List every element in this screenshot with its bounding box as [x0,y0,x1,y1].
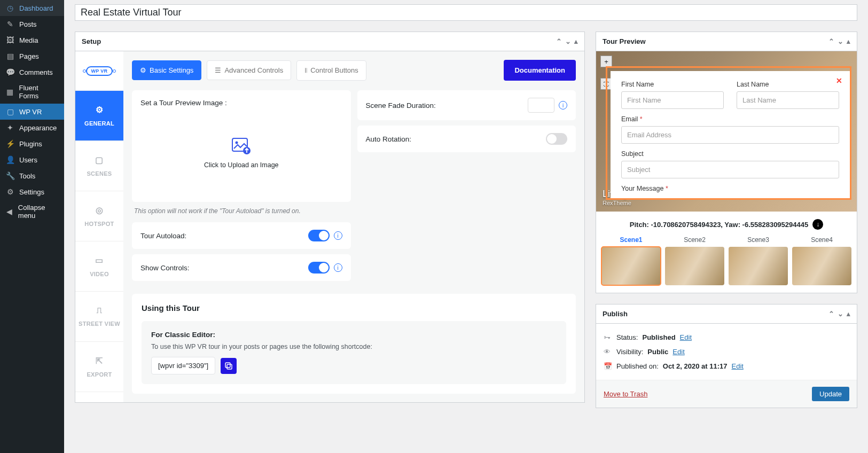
video-icon: ▭ [95,255,103,265]
setup-panel-header: Setup ⌃⌄▴ [75,32,584,51]
sidebar-item-comments[interactable]: 💬Comments [0,64,64,80]
eye-icon: 👁 [604,348,612,356]
panel-title: Tour Preview [603,37,646,45]
media-icon: 🖾 [5,36,15,44]
vtab-hotspot[interactable]: ◎HOTSPOT [75,191,123,241]
sidebar-item-tools[interactable]: 🔧Tools [0,168,64,184]
show-controls-toggle[interactable] [308,262,330,274]
upload-image-button[interactable]: Click to Upload an Image [140,113,342,193]
panel-title: Setup [82,37,101,45]
wrench-icon: 🔧 [5,171,15,180]
visibility-edit-link[interactable]: Edit [672,348,684,356]
fade-duration-label: Scene Fade Duration: [366,101,436,110]
sidebar-item-collapse[interactable]: ◀Collapse menu [0,200,64,223]
sidebar-item-dashboard[interactable]: ◷Dashboard [0,0,64,16]
move-to-trash-link[interactable]: Move to Trash [604,390,647,398]
scene-thumb-2[interactable]: Scene2 [665,236,724,285]
sidebar-item-media[interactable]: 🖾Media [0,32,64,48]
user-icon: 👤 [5,155,15,164]
sidebar-item-pages[interactable]: ▤Pages [0,48,64,64]
download-coords-button[interactable]: ↓ [812,219,823,230]
tour-autoload-row: Tour Autoload: i [132,222,351,249]
update-button[interactable]: Update [812,387,849,401]
preview-viewport[interactable]: + ⛶ Living Room RexTheme ✕ First Name [596,51,857,212]
scene-thumb-3[interactable]: Scene3 [729,236,788,285]
copy-shortcode-button[interactable] [221,358,237,374]
vr-icon: ▢ [5,107,15,116]
sidebar-item-wpvr[interactable]: ▢WP VR [0,104,64,120]
sidebar-item-label: Pages [19,52,39,60]
scene-thumb-4[interactable]: Scene4 [792,236,851,285]
panel-toggle-icon[interactable]: ▴ [574,37,578,45]
tab-content: ⚙Basic Settings ☰Advanced Controls ⦀Cont… [123,51,584,402]
email-input[interactable] [621,126,839,144]
zoom-in-button[interactable]: + [600,56,612,67]
sidebar-item-plugins[interactable]: ⚡Plugins [0,136,64,152]
date-edit-link[interactable]: Edit [731,362,743,370]
dashboard-icon: ◷ [5,4,15,12]
sidebar-item-settings[interactable]: ⚙Settings [0,184,64,200]
info-icon[interactable]: i [559,101,567,110]
upload-text: Click to Upload an Image [204,161,279,169]
pin-icon: ✎ [5,20,15,28]
classic-editor-title: For Classic Editor: [151,331,557,339]
auto-rotation-toggle[interactable] [546,133,567,145]
image-icon: ▢ [95,155,103,165]
contact-form: ✕ First Name Last Name Email * Subject Y… [611,71,850,198]
upload-image-icon [232,138,251,155]
vtab-export[interactable]: ⇱EXPORT [75,342,123,392]
sidebar-item-appearance[interactable]: ✦Appearance [0,120,64,136]
vertical-tabs: WP VR ⚙GENERAL ▢SCENES ◎HOTSPOT ▭VIDEO ⎍… [75,51,123,402]
sidebar-item-posts[interactable]: ✎Posts [0,16,64,32]
info-icon[interactable]: i [334,263,342,272]
preview-panel-header: Tour Preview ⌃⌄▴ [596,32,857,51]
publish-visibility-row: 👁Visibility: Public Edit [604,345,849,359]
page-icon: ▤ [5,52,15,60]
copy-icon [224,362,233,370]
title-input[interactable] [81,7,851,18]
svg-rect-4 [227,364,232,369]
panel-up-icon[interactable]: ⌃ [828,310,834,318]
panel-up-icon[interactable]: ⌃ [556,37,562,45]
panel-down-icon[interactable]: ⌄ [565,37,571,45]
vtab-video[interactable]: ▭VIDEO [75,241,123,292]
panel-down-icon[interactable]: ⌄ [838,310,843,318]
htab-control-buttons[interactable]: ⦀Control Buttons [296,60,366,81]
sliders-icon: ☰ [215,66,221,74]
status-edit-link[interactable]: Edit [680,333,692,341]
sidebar-item-users[interactable]: 👤Users [0,152,64,168]
publish-panel: Publish ⌃⌄▴ 🗝Status: Published Edit 👁Vis… [596,304,857,408]
autoload-toggle[interactable] [308,230,330,241]
tour-preview-panel: Tour Preview ⌃⌄▴ + ⛶ Living Room RexThem… [596,32,857,293]
sidebar-item-label: Plugins [19,140,42,148]
info-icon[interactable]: i [334,231,342,240]
panel-toggle-icon[interactable]: ▴ [847,37,850,45]
subject-input[interactable] [621,161,839,178]
horizontal-tabs: ⚙Basic Settings ☰Advanced Controls ⦀Cont… [132,60,576,81]
first-name-label: First Name [621,81,724,88]
panel-title: Publish [603,310,628,318]
first-name-input[interactable] [621,91,724,109]
close-form-button[interactable]: ✕ [836,76,842,85]
collapse-icon: ◀ [5,207,14,216]
streetview-icon: ⎍ [97,306,102,315]
panel-up-icon[interactable]: ⌃ [828,37,834,45]
sidebar-item-fluentforms[interactable]: ▦Fluent Forms [0,80,64,104]
scene-thumb-1[interactable]: Scene1 [601,236,661,285]
pitch-yaw-readout: Pitch: -10.708620758494323, Yaw: -6.5582… [596,212,857,236]
panel-toggle-icon[interactable]: ▴ [847,310,850,318]
sidebar-item-label: Comments [19,68,53,76]
htab-basic-settings[interactable]: ⚙Basic Settings [132,60,201,80]
publish-status-row: 🗝Status: Published Edit [604,330,849,345]
vtab-scenes[interactable]: ▢SCENES [75,141,123,191]
shortcode-text: [wpvr id="3309"] [151,357,215,374]
htab-advanced[interactable]: ☰Advanced Controls [207,60,291,80]
fade-duration-input[interactable] [528,98,554,113]
key-icon: 🗝 [604,333,612,341]
vtab-general[interactable]: ⚙GENERAL [75,91,123,141]
panel-down-icon[interactable]: ⌄ [838,37,843,45]
vtab-streetview[interactable]: ⎍STREET VIEW [75,292,123,342]
wp-admin-sidebar: ◷Dashboard ✎Posts 🖾Media ▤Pages 💬Comment… [0,0,64,453]
last-name-input[interactable] [737,91,839,109]
documentation-button[interactable]: Documentation [504,60,576,81]
